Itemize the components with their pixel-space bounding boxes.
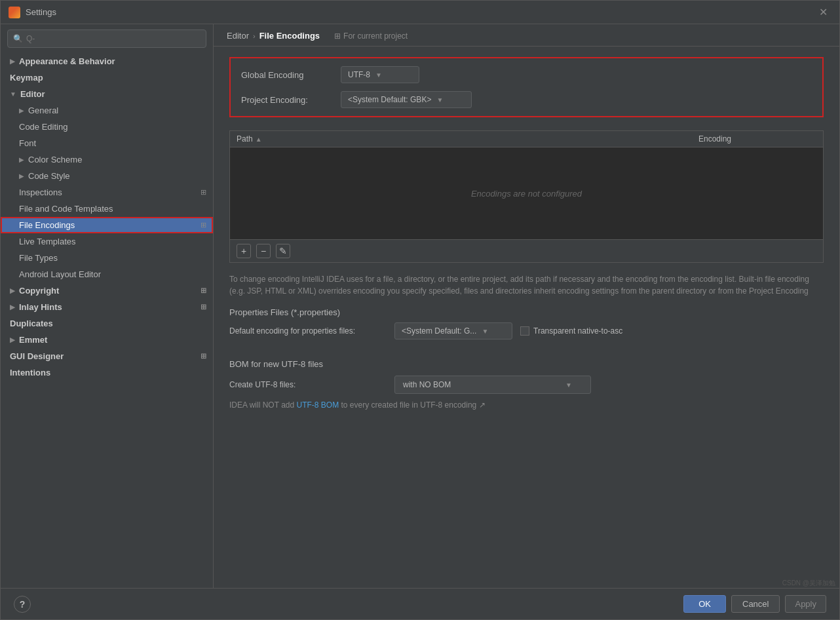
table-body: Encodings are not configured xyxy=(230,147,823,239)
default-encoding-label: Default encoding for properties files: xyxy=(229,326,387,336)
utf8-bom-link: UTF-8 BOM xyxy=(297,400,339,410)
bom-dropdown[interactable]: with NO BOM ▼ xyxy=(394,376,591,394)
create-utf8-label: Create UTF-8 files: xyxy=(229,380,387,389)
settings-dialog: Settings ✕ 🔍 ▶ Appearance & Behavior Key… xyxy=(0,0,840,620)
idea-note-text2: to every created file in UTF-8 encoding xyxy=(341,400,477,410)
sidebar: 🔍 ▶ Appearance & Behavior Keymap ▼ Edito… xyxy=(1,24,214,588)
dialog-title: Settings xyxy=(26,7,815,17)
dialog-footer: ? OK Cancel Apply xyxy=(1,588,839,619)
sidebar-items: ▶ Appearance & Behavior Keymap ▼ Editor … xyxy=(1,53,213,588)
sidebar-item-label: File Encodings xyxy=(19,220,75,230)
watermark: CSDN @吴泽加勉 xyxy=(782,579,835,588)
sort-arrow-icon: ▲ xyxy=(256,136,262,143)
sidebar-item-label: GUI Designer xyxy=(10,351,64,361)
sidebar-item-label: Duplicates xyxy=(10,319,53,328)
sidebar-item-label: File and Code Templates xyxy=(19,204,113,214)
default-encoding-value: <System Default: G... xyxy=(402,326,476,336)
settings-panel: Global Encoding UTF-8 ▼ Project Encoding… xyxy=(214,47,839,588)
remove-button[interactable]: − xyxy=(256,244,271,258)
apply-button[interactable]: Apply xyxy=(785,595,826,613)
sidebar-item-android-layout-editor[interactable]: Android Layout Editor xyxy=(1,266,213,282)
dropdown-arrow-icon: ▼ xyxy=(436,96,443,104)
copy-icon: ⊞ xyxy=(200,188,206,197)
sidebar-item-general[interactable]: ▶ General xyxy=(1,102,213,119)
sidebar-item-duplicates[interactable]: Duplicates xyxy=(1,315,213,332)
sidebar-item-label: Live Templates xyxy=(19,237,75,246)
sidebar-item-label: Appearance & Behavior xyxy=(19,56,115,66)
table-header: Path ▲ Encoding xyxy=(230,131,823,147)
sidebar-item-label: Code Style xyxy=(28,171,70,181)
properties-title: Properties Files (*.properties) xyxy=(229,307,824,317)
sidebar-item-label: Intentions xyxy=(10,368,50,378)
bom-arrow-icon: ▼ xyxy=(565,381,572,389)
search-box[interactable]: 🔍 xyxy=(7,29,206,48)
default-encoding-dropdown[interactable]: <System Default: G... ▼ xyxy=(394,322,512,339)
project-label: For current project xyxy=(343,31,408,41)
bom-dropdown-value: with NO BOM xyxy=(403,380,451,389)
copy-icon: ⊞ xyxy=(200,352,206,360)
copy-icon: ⊞ xyxy=(200,303,206,311)
breadcrumb-current: File Encodings xyxy=(259,31,320,41)
dialog-body: 🔍 ▶ Appearance & Behavior Keymap ▼ Edito… xyxy=(1,24,839,588)
sidebar-item-keymap[interactable]: Keymap xyxy=(1,69,213,86)
edit-button[interactable]: ✎ xyxy=(276,244,290,258)
expand-arrow-icon: ▼ xyxy=(10,90,16,98)
cancel-button[interactable]: Cancel xyxy=(731,595,780,613)
create-utf8-row: Create UTF-8 files: with NO BOM ▼ xyxy=(229,376,824,394)
encoding-header-label: Encoding xyxy=(698,134,731,144)
transparent-label: Transparent native-to-asc xyxy=(533,326,622,336)
expand-arrow-icon: ▶ xyxy=(19,172,24,180)
ok-button[interactable]: OK xyxy=(683,595,726,613)
sidebar-item-editor[interactable]: ▼ Editor xyxy=(1,86,213,102)
sidebar-item-emmet[interactable]: ▶ Emmet xyxy=(1,332,213,348)
breadcrumb-separator: › xyxy=(253,32,256,40)
expand-arrow-icon: ▶ xyxy=(10,287,15,294)
project-encoding-dropdown[interactable]: <System Default: GBK> ▼ xyxy=(341,91,472,108)
sidebar-item-copyright[interactable]: ▶ Copyright ⊞ xyxy=(1,282,213,299)
main-content: Editor › File Encodings ⊞ For current pr… xyxy=(214,24,839,588)
global-encoding-value: UTF-8 xyxy=(348,70,370,79)
sidebar-item-color-scheme[interactable]: ▶ Color Scheme xyxy=(1,151,213,168)
sidebar-item-file-types[interactable]: File Types xyxy=(1,250,213,266)
sidebar-item-label: General xyxy=(28,106,58,115)
expand-arrow-icon: ▶ xyxy=(10,336,15,343)
sidebar-item-inspections[interactable]: Inspections ⊞ xyxy=(1,184,213,201)
sidebar-item-intentions[interactable]: Intentions xyxy=(1,364,213,381)
global-encoding-dropdown[interactable]: UTF-8 ▼ xyxy=(341,66,419,83)
close-button[interactable]: ✕ xyxy=(815,5,831,20)
sidebar-item-code-style[interactable]: ▶ Code Style xyxy=(1,168,213,184)
help-button[interactable]: ? xyxy=(14,596,31,613)
project-encoding-label: Project Encoding: xyxy=(241,95,333,105)
idea-note: IDEA will NOT add UTF-8 BOM to every cre… xyxy=(229,400,824,410)
search-input[interactable] xyxy=(26,34,200,43)
dropdown-arrow-icon: ▼ xyxy=(375,71,382,79)
sidebar-item-code-editing[interactable]: Code Editing xyxy=(1,119,213,135)
expand-arrow-icon: ▶ xyxy=(19,107,24,114)
idea-note-text1: IDEA will NOT add xyxy=(229,400,294,410)
sidebar-item-file-encodings[interactable]: File Encodings ⊞ xyxy=(1,217,213,233)
global-encoding-label: Global Encoding xyxy=(241,70,333,80)
sidebar-item-live-templates[interactable]: Live Templates xyxy=(1,233,213,250)
project-encoding-value: <System Default: GBK> xyxy=(348,95,431,104)
sidebar-item-label: Code Editing xyxy=(19,122,67,132)
sidebar-item-appearance-behavior[interactable]: ▶ Appearance & Behavior xyxy=(1,53,213,69)
sidebar-item-file-code-templates[interactable]: File and Code Templates xyxy=(1,201,213,217)
properties-section: Properties Files (*.properties) Default … xyxy=(229,307,824,346)
path-header-label: Path xyxy=(237,134,253,144)
footer-buttons: OK Cancel Apply xyxy=(683,595,826,613)
sidebar-item-label: Editor xyxy=(20,89,45,99)
add-button[interactable]: + xyxy=(237,244,251,258)
sidebar-item-label: Inlay Hints xyxy=(19,302,62,312)
sidebar-item-gui-designer[interactable]: GUI Designer ⊞ xyxy=(1,348,213,364)
app-icon xyxy=(9,7,20,18)
path-header: Path ▲ xyxy=(237,134,698,144)
breadcrumb-bar: Editor › File Encodings ⊞ For current pr… xyxy=(214,24,839,47)
info-text: To change encoding IntelliJ IDEA uses fo… xyxy=(229,273,824,297)
project-encoding-row: Project Encoding: <System Default: GBK> … xyxy=(241,91,812,108)
sidebar-item-label: Keymap xyxy=(10,73,43,83)
sidebar-item-font[interactable]: Font xyxy=(1,135,213,151)
encoding-header: Encoding xyxy=(698,134,816,144)
sidebar-item-inlay-hints[interactable]: ▶ Inlay Hints ⊞ xyxy=(1,299,213,315)
transparent-checkbox[interactable] xyxy=(520,326,529,336)
expand-arrow-icon: ▶ xyxy=(10,58,15,65)
